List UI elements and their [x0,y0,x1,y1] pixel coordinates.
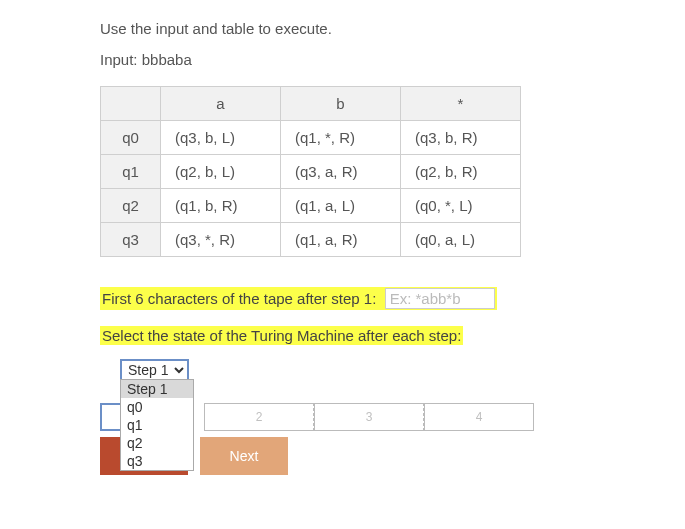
state-cell: q2 [101,189,161,223]
table-row: q3 (q3, *, R) (q1, a, R) (q0, a, L) [101,223,521,257]
execute-prompt: Use the input and table to execute. [100,20,685,37]
dropdown-option[interactable]: q1 [121,416,193,434]
cell: (q3, b, L) [161,121,281,155]
dropdown-option[interactable]: q0 [121,398,193,416]
col-star: * [401,87,521,121]
dropdown-option[interactable]: q3 [121,452,193,470]
transition-table: a b * q0 (q3, b, L) (q1, *, R) (q3, b, R… [100,86,521,257]
input-value: bbbaba [142,51,192,68]
state-cell: q0 [101,121,161,155]
step-select-box: Step 1 Step 1 q0 q1 q2 q3 [120,359,189,381]
col-b: b [281,87,401,121]
table-header-row: a b * [101,87,521,121]
input-line: Input: bbbaba [100,51,685,68]
step-dropdown-open[interactable]: Step 1 q0 q1 q2 q3 [120,379,194,471]
cell: (q3, *, R) [161,223,281,257]
step-area: Step 1 Step 1 q0 q1 q2 q3 2 3 4 Next [100,359,685,479]
cell: (q1, a, L) [281,189,401,223]
cell: (q2, b, R) [401,155,521,189]
cell: (q1, b, R) [161,189,281,223]
col-a: a [161,87,281,121]
step-slot[interactable]: 3 [314,403,424,431]
next-button[interactable]: Next [200,437,288,475]
cell: (q2, b, L) [161,155,281,189]
table-corner [101,87,161,121]
cell: (q0, a, L) [401,223,521,257]
state-cell: q3 [101,223,161,257]
step-slot[interactable]: 4 [424,403,534,431]
table-row: q0 (q3, b, L) (q1, *, R) (q3, b, R) [101,121,521,155]
dropdown-option[interactable]: q2 [121,434,193,452]
table-row: q1 (q2, b, L) (q3, a, R) (q2, b, R) [101,155,521,189]
input-label: Input: [100,51,138,68]
cell: (q1, *, R) [281,121,401,155]
dropdown-option[interactable]: Step 1 [121,380,193,398]
tape-answer-input[interactable] [385,288,495,309]
tape-question-row: First 6 characters of the tape after ste… [100,287,497,310]
cell: (q0, *, L) [401,189,521,223]
table-row: q2 (q1, b, R) (q1, a, L) (q0, *, L) [101,189,521,223]
cell: (q3, b, R) [401,121,521,155]
cell: (q1, a, R) [281,223,401,257]
step-select[interactable]: Step 1 [120,359,189,381]
state-question-label: Select the state of the Turing Machine a… [100,326,463,345]
tape-question-label: First 6 characters of the tape after ste… [102,290,376,307]
step-slot[interactable]: 2 [204,403,314,431]
cell: (q3, a, R) [281,155,401,189]
state-cell: q1 [101,155,161,189]
